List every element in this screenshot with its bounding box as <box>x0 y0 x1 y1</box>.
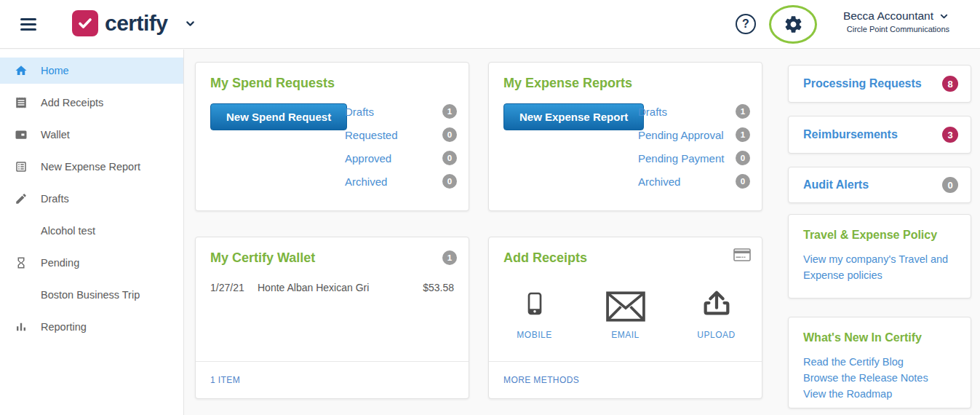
email-method-button[interactable]: EMAIL <box>581 284 671 340</box>
mobile-icon <box>523 284 546 322</box>
status-row: Drafts 1 <box>345 100 457 123</box>
settings-button[interactable] <box>769 5 817 44</box>
expense-drafts-link[interactable]: Drafts <box>638 106 667 118</box>
my-expense-reports-card: My Expense Reports New Expense Report Dr… <box>488 62 762 211</box>
sidebar-item-new-expense-report[interactable]: New Expense Report <box>0 154 183 180</box>
sidebar-item-label: Boston Business Trip <box>41 289 140 301</box>
status-row: Pending Approval 1 <box>638 123 750 146</box>
card-title: Add Receipts <box>503 250 587 266</box>
card-title: Travel & Expense Policy <box>803 229 956 242</box>
status-row: Drafts 1 <box>638 100 750 123</box>
processing-requests-card[interactable]: Processing Requests 8 <box>788 65 971 103</box>
stat-label: Audit Alerts <box>803 178 869 191</box>
count-badge: 0 <box>442 127 457 142</box>
audit-alerts-card[interactable]: Audit Alerts 0 <box>788 167 971 203</box>
roadmap-link[interactable]: View the Roadmap <box>803 386 956 402</box>
home-icon <box>15 64 41 77</box>
add-receipts-footer: MORE METHODS <box>489 361 762 398</box>
sidebar-item-label: Wallet <box>41 129 70 141</box>
spend-requested-link[interactable]: Requested <box>345 129 398 141</box>
certify-blog-link[interactable]: Read the Certify Blog <box>803 354 956 370</box>
method-label: EMAIL <box>611 330 640 340</box>
wallet-footer: 1 ITEM <box>196 361 469 398</box>
brand-logo: certify <box>72 10 196 36</box>
count-badge: 0 <box>442 151 457 165</box>
my-certify-wallet-card: My Certify Wallet 1 1/27/21 Honte Alban … <box>195 237 469 399</box>
mobile-method-button[interactable]: MOBILE <box>490 284 580 340</box>
count-badge: 1 <box>736 104 750 119</box>
brand-chevron-down-icon[interactable] <box>184 17 196 33</box>
expense-archived-link[interactable]: Archived <box>638 175 680 188</box>
sidebar-item-label: Reporting <box>41 321 87 333</box>
user-company: Circle Point Communications <box>843 25 949 33</box>
help-icon[interactable]: ? <box>736 14 756 34</box>
user-chevron-down-icon <box>939 11 949 22</box>
sidebar-item-reporting[interactable]: Reporting <box>0 314 183 340</box>
card-title: My Expense Reports <box>503 76 632 91</box>
method-label: MOBILE <box>517 330 551 340</box>
top-header: certify ? Becca Accountant Circle Point … <box>0 0 980 49</box>
new-expense-report-button[interactable]: New Expense Report <box>503 103 644 130</box>
sidebar-item-add-receipts[interactable]: Add Receipts <box>0 90 183 116</box>
wallet-merchant: Honte Alban Hexican Gri <box>258 282 423 293</box>
sidebar-item-label: New Expense Report <box>41 161 140 173</box>
receipt-icon <box>15 96 41 109</box>
wallet-row[interactable]: 1/27/21 Honte Alban Hexican Gri $53.58 <box>210 282 454 293</box>
upload-icon <box>700 284 733 322</box>
status-row: Archived 0 <box>638 170 750 193</box>
sidebar-item-home[interactable]: Home <box>0 58 183 84</box>
sidebar-item-label: Drafts <box>41 193 69 205</box>
sidebar-item-label: Alcohol test <box>41 225 95 237</box>
spend-drafts-link[interactable]: Drafts <box>345 106 374 118</box>
credit-card-icon <box>733 248 751 264</box>
email-icon <box>606 284 645 322</box>
count-badge: 1 <box>442 104 457 119</box>
sidebar-item-alcohol-test[interactable]: Alcohol test <box>0 218 183 244</box>
release-notes-link[interactable]: Browse the Release Notes <box>803 370 956 386</box>
sidebar-nav: Home Add Receipts Wallet New Expense Rep… <box>0 50 184 415</box>
main-content: My Spend Requests New Spend Request Draf… <box>185 50 980 415</box>
wallet-amount: $53.58 <box>423 282 454 293</box>
wallet-count-badge: 1 <box>442 250 457 265</box>
upload-method-button[interactable]: UPLOAD <box>672 284 762 340</box>
card-title: My Spend Requests <box>210 76 335 91</box>
expense-pending-approval-link[interactable]: Pending Approval <box>638 129 724 141</box>
brand-name: certify <box>105 10 168 36</box>
status-row: Requested 0 <box>345 123 457 146</box>
user-menu[interactable]: Becca Accountant Circle Point Communicat… <box>843 9 949 33</box>
sidebar-item-boston-business-trip[interactable]: Boston Business Trip <box>0 282 183 308</box>
sidebar-item-pending[interactable]: Pending <box>0 250 183 276</box>
count-badge: 0 <box>736 174 750 189</box>
spend-archived-link[interactable]: Archived <box>345 175 387 188</box>
card-title: My Certify Wallet <box>210 250 315 266</box>
bar-chart-icon <box>15 320 41 333</box>
status-row: Pending Payment 0 <box>638 146 750 170</box>
sidebar-item-drafts[interactable]: Drafts <box>0 186 183 212</box>
pencil-icon <box>15 192 41 205</box>
sidebar-item-label: Home <box>41 65 69 76</box>
reimbursements-card[interactable]: Reimbursements 3 <box>788 116 971 154</box>
count-badge: 0 <box>736 151 750 165</box>
stat-count-badge: 3 <box>942 127 958 143</box>
sidebar-item-label: Add Receipts <box>41 97 103 108</box>
sidebar-item-wallet[interactable]: Wallet <box>0 122 183 148</box>
hamburger-menu-icon[interactable] <box>20 18 36 31</box>
expense-pending-payment-link[interactable]: Pending Payment <box>638 152 724 165</box>
status-row: Archived 0 <box>345 170 457 193</box>
wallet-icon <box>15 128 41 141</box>
add-receipts-card: Add Receipts MOBILE EMAIL UPLOAD <box>488 237 762 399</box>
travel-expense-policy-card: Travel & Expense Policy View my company'… <box>788 214 971 299</box>
count-badge: 1 <box>736 127 750 142</box>
spend-approved-link[interactable]: Approved <box>345 152 391 165</box>
hourglass-icon <box>15 256 41 269</box>
whats-new-card: What's New In Certify Read the Certify B… <box>788 317 971 408</box>
gear-icon <box>784 15 803 34</box>
more-methods-link[interactable]: MORE METHODS <box>503 375 579 385</box>
card-title: What's New In Certify <box>803 331 956 344</box>
stat-count-badge: 0 <box>942 177 958 193</box>
view-policies-link[interactable]: View my company's Travel and Expense pol… <box>803 251 956 283</box>
new-spend-request-button[interactable]: New Spend Request <box>210 103 347 130</box>
wallet-items-link[interactable]: 1 ITEM <box>210 375 240 385</box>
method-label: UPLOAD <box>697 330 735 340</box>
count-badge: 0 <box>442 174 457 189</box>
